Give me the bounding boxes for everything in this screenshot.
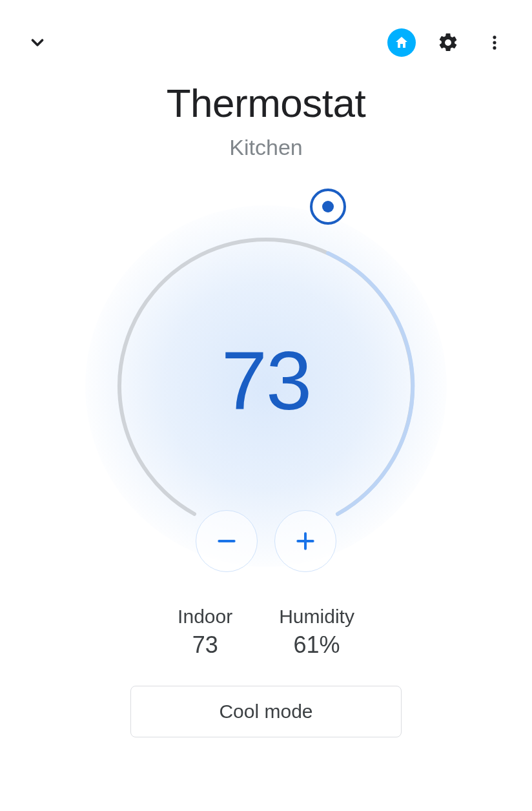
header (0, 0, 532, 62)
thermostat-dial[interactable]: 73 (85, 205, 447, 567)
humidity-stat: Humidity 61% (279, 606, 354, 659)
svg-point-1 (493, 41, 496, 44)
indoor-label: Indoor (178, 606, 232, 628)
home-icon[interactable] (387, 28, 416, 57)
adjust-buttons (196, 510, 336, 572)
indoor-value: 73 (178, 631, 232, 659)
dial-handle[interactable] (310, 189, 346, 225)
humidity-value: 61% (279, 631, 354, 659)
svg-point-0 (493, 36, 496, 39)
svg-point-2 (493, 46, 496, 50)
set-temperature: 73 (221, 333, 311, 428)
mode-button[interactable]: Cool mode (130, 686, 402, 737)
more-vertical-icon[interactable] (480, 28, 509, 57)
room-subtitle: Kitchen (0, 135, 532, 160)
page-title: Thermostat (0, 80, 532, 126)
stats-row: Indoor 73 Humidity 61% (0, 606, 532, 659)
humidity-label: Humidity (279, 606, 354, 628)
indoor-stat: Indoor 73 (178, 606, 232, 659)
title-block: Thermostat Kitchen (0, 80, 532, 160)
increase-button[interactable] (274, 510, 336, 572)
back-chevron-down-icon[interactable] (23, 28, 52, 57)
decrease-button[interactable] (196, 510, 258, 572)
gear-icon[interactable] (434, 28, 462, 57)
